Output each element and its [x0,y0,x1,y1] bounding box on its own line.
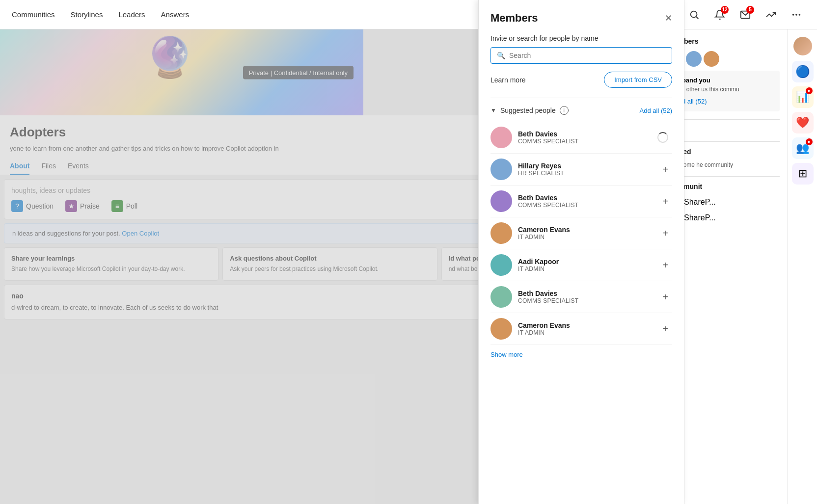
person-info-4: Aadi Kapoor IT ADMIN [518,258,653,272]
svg-point-3 [792,14,794,16]
person-avatar-6 [490,318,512,340]
panel-title: Members [490,12,538,25]
people-list: Beth Davies COMMS SPECIALIST Hillary Rey… [490,122,672,345]
open-copilot-link[interactable]: Open Copilot [122,230,159,237]
person-info-0: Beth Davies COMMS SPECIALIST [518,130,648,145]
import-csv-button[interactable]: Import from CSV [604,72,672,88]
person-info-5: Beth Davies COMMS SPECIALIST [518,290,653,304]
community-item-1[interactable]: S ShareP... [668,196,780,208]
expand-desc: Add other us this commu [674,86,774,93]
person-role-6: IT ADMIN [518,329,653,336]
main-layout: 🔮 Private | Confidential / Internal only… [0,29,817,504]
person-role-2: COMMS SPECIALIST [518,202,653,209]
add-all-suggested-link[interactable]: Add all (52) [640,107,672,114]
member-avatar-3 [704,51,719,67]
person-name-2: Beth Davies [518,194,653,202]
praise-label: Praise [80,202,100,210]
notification-button[interactable]: 12 [711,6,729,24]
person-name-3: Cameron Evans [518,226,653,234]
show-more-link[interactable]: Show more [490,351,672,358]
search-button[interactable] [685,6,703,24]
person-row-3: Cameron Evans IT ADMIN + [490,217,672,249]
person-name-6: Cameron Evans [518,321,653,329]
person-add-4[interactable]: + [658,258,672,273]
nav-communities[interactable]: Communities [12,8,55,21]
question-icon: ? [11,200,23,212]
person-avatar-3 [490,222,512,244]
person-name-0: Beth Davies [518,130,648,138]
app-3-button[interactable]: ❤️ [792,112,814,133]
question-type[interactable]: ? Question [11,200,54,212]
chart-button[interactable] [762,6,780,24]
nav-leaders[interactable]: Leaders [118,8,145,21]
member-avatar-2 [686,51,702,67]
sidebar-divider-3 [668,176,780,177]
copilot-app-icon: 🔵 [795,65,810,79]
person-add-5[interactable]: + [658,290,672,305]
poll-type[interactable]: ≡ Poll [111,200,137,212]
members-section-title: Members [668,37,780,45]
user-avatar-button[interactable] [792,35,814,57]
person-name-4: Aadi Kapoor [518,258,653,265]
copilot-app-button[interactable]: 🔵 [792,61,814,82]
person-add-6[interactable]: + [658,321,672,337]
copilot-text: n ideas and suggestions for your post. O… [12,230,159,237]
poll-icon: ≡ [111,200,123,212]
person-add-3[interactable]: + [658,226,672,241]
panel-actions: Learn more Import from CSV [490,72,672,88]
chevron-icon[interactable]: ▼ [490,107,496,114]
communities-title: Communit [668,183,780,190]
tab-about[interactable]: About [10,158,29,175]
app-2-button[interactable]: 📊 ● [792,86,814,108]
invite-label: Invite or search for people by name [490,34,672,42]
app-5-button[interactable]: ⊞ [792,163,814,185]
person-avatar-0 [490,127,512,148]
heart-app-icon: ❤️ [796,116,809,129]
search-box[interactable]: 🔍 [490,47,672,64]
person-role-0: COMMS SPECIALIST [518,138,648,145]
person-row-4: Aadi Kapoor IT ADMIN + [490,249,672,281]
person-avatar-2 [490,190,512,212]
person-add-1[interactable]: + [658,162,672,177]
more-button[interactable] [788,6,805,24]
card-2-title: Ask questions about Copilot [230,255,430,262]
nav-storylines[interactable]: Storylines [71,8,103,21]
person-role-5: COMMS SPECIALIST [518,297,653,304]
svg-line-1 [696,17,698,19]
card-1-title: Share your learnings [11,255,211,262]
community-item-label-1: ShareP... [684,198,716,207]
user-avatar [793,37,812,55]
app-4-badge: ● [806,138,813,145]
person-name-5: Beth Davies [518,290,653,297]
tab-events[interactable]: Events [68,158,89,175]
person-row-6: Cameron Evans IT ADMIN + [490,313,672,345]
search-input[interactable] [509,52,666,59]
learn-more-link[interactable]: Learn more [490,76,526,84]
person-row-1: Hillary Reyes HR SPECIALIST + [490,154,672,186]
notification-badge: 12 [721,6,729,14]
praise-type[interactable]: ★ Praise [65,200,100,212]
card-2-desc: Ask your peers for best practices using … [230,265,430,273]
sidebar-divider-2 [668,141,780,142]
person-action-0[interactable] [654,130,672,145]
grid-app-icon: ⊞ [798,167,807,180]
mail-button[interactable]: 5 [736,6,754,24]
person-role-1: HR SPECIALIST [518,170,653,177]
nav-answers[interactable]: Answers [161,8,190,21]
tab-files[interactable]: Files [41,158,56,175]
suggestion-card-1: Share your learnings Share how you lever… [4,247,218,281]
close-panel-button[interactable]: ✕ [665,13,672,24]
suggested-label: Suggested people [500,106,556,114]
person-name-1: Hillary Reyes [518,162,653,170]
person-add-2[interactable]: + [658,194,672,209]
person-info-6: Cameron Evans IT ADMIN [518,321,653,336]
community-item-2[interactable]: S ShareP... [668,212,780,224]
app-4-button[interactable]: 👥 ● [792,137,814,159]
info-title: Info [668,126,780,133]
pinned-desc: Add some he community [668,161,780,168]
info-circle-icon[interactable]: i [560,106,569,115]
person-row-2: Beth Davies COMMS SPECIALIST + [490,186,672,217]
pinned-section: Pinned Add some he community [668,148,780,168]
confidential-badge: Private | Confidential / Internal only [243,66,354,79]
person-avatar-5 [490,286,512,308]
